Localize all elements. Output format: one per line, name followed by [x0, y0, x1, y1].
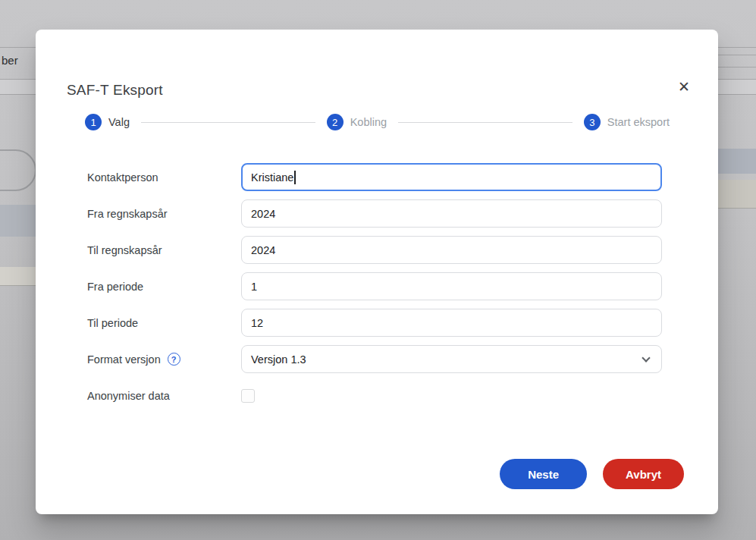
step-2-label: Kobling: [350, 116, 387, 128]
step-kobling[interactable]: 2 Kobling: [327, 114, 387, 130]
step-3-label: Start eksport: [607, 116, 670, 128]
kontaktperson-value: Kristiane: [251, 171, 293, 184]
step-1-circle: 1: [85, 114, 102, 130]
close-icon[interactable]: ✕: [678, 80, 690, 94]
dialog-actions: Neste Avbryt: [500, 459, 684, 489]
format-versjon-select[interactable]: Versjon 1.3: [241, 345, 662, 373]
format-versjon-label: Format versjon: [87, 353, 161, 366]
til-regnskapsaar-input[interactable]: [241, 236, 662, 264]
anonymiser-data-checkbox[interactable]: [241, 389, 255, 403]
chevron-down-icon: [642, 353, 650, 362]
neste-button[interactable]: Neste: [500, 459, 587, 489]
form-row-fra-regnskapsaar: Fra regnskapsår: [87, 199, 662, 228]
til-periode-label: Til periode: [87, 317, 241, 329]
fra-periode-label: Fra periode: [87, 281, 241, 293]
background-selected-row-band: [717, 149, 756, 174]
step-2-circle: 2: [327, 114, 343, 130]
anonymiser-data-label: Anonymiser data: [87, 390, 241, 402]
stepper-connector: [141, 122, 315, 123]
background-partial-text: ber: [2, 54, 18, 67]
page-background: ber SAF-T Eksport ✕ 1 Valg 2 Kobling 3 S…: [0, 0, 756, 540]
background-table-line: [717, 55, 756, 55]
form-row-til-regnskapsaar: Til regnskapsår: [87, 236, 662, 264]
saft-export-dialog: SAF-T Eksport ✕ 1 Valg 2 Kobling 3 Start…: [36, 30, 718, 514]
export-form: Kontaktperson Kristiane Fra regnskapsår …: [87, 163, 662, 418]
background-table-line: [717, 67, 756, 68]
dialog-title: SAF-T Eksport: [67, 82, 163, 99]
form-row-format-versjon: Format versjon ? Versjon 1.3: [87, 345, 662, 373]
form-row-til-periode: Til periode: [87, 309, 662, 337]
background-selected-row-band: [0, 205, 36, 237]
form-row-anonymiser-data: Anonymiser data: [87, 381, 662, 410]
step-1-label: Valg: [108, 116, 130, 128]
background-table-band: [0, 267, 36, 286]
step-start-eksport[interactable]: 3 Start eksport: [584, 114, 670, 130]
fra-regnskapsaar-label: Fra regnskapsår: [87, 208, 241, 220]
background-search-pill: [0, 149, 36, 191]
form-row-fra-periode: Fra periode: [87, 272, 662, 300]
help-icon[interactable]: ?: [168, 353, 180, 366]
til-regnskapsaar-label: Til regnskapsår: [87, 244, 241, 256]
avbryt-button[interactable]: Avbryt: [603, 459, 684, 489]
step-valg[interactable]: 1 Valg: [85, 114, 130, 130]
text-cursor: [294, 171, 296, 184]
background-table-band: [717, 180, 756, 209]
kontaktperson-input[interactable]: Kristiane: [241, 163, 662, 191]
kontaktperson-label: Kontaktperson: [87, 171, 241, 184]
fra-periode-input[interactable]: [241, 272, 662, 300]
til-periode-input[interactable]: [241, 309, 662, 337]
format-versjon-value: Versjon 1.3: [251, 353, 306, 366]
form-row-kontaktperson: Kontaktperson Kristiane: [87, 163, 662, 191]
step-3-circle: 3: [584, 114, 601, 130]
fra-regnskapsaar-input[interactable]: [241, 199, 662, 228]
wizard-stepper: 1 Valg 2 Kobling 3 Start eksport: [85, 114, 670, 130]
stepper-connector: [398, 122, 572, 123]
